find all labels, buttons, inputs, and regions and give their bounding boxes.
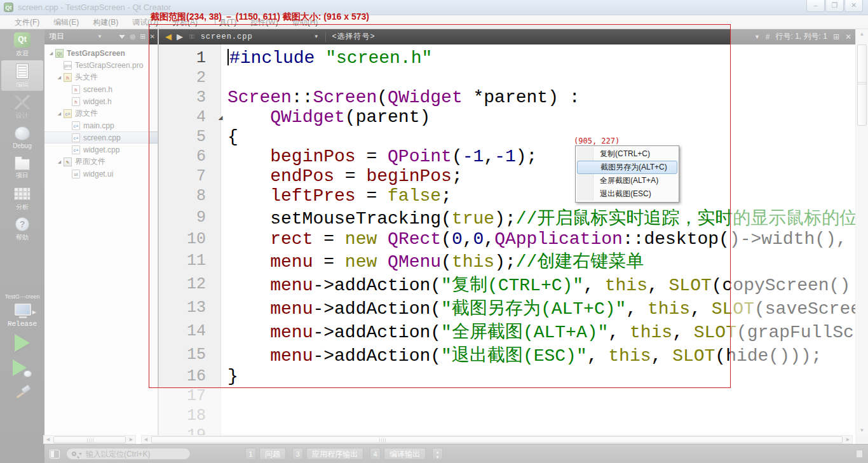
- code-token: [227, 252, 270, 272]
- code-token: -1: [463, 147, 484, 166]
- capture-menu-item[interactable]: 全屏截图(ALT+A): [577, 174, 677, 187]
- scroll-left-icon[interactable]: ◀: [142, 436, 150, 443]
- pin-icon[interactable]: ⚿: [189, 33, 194, 41]
- split-panel-icon[interactable]: ⊞: [140, 33, 145, 40]
- close-editor-icon[interactable]: ✕: [845, 32, 851, 41]
- tree-item-screen.h[interactable]: hscreen.h: [44, 83, 158, 95]
- output-pane-updown-icon[interactable]: ▲▼: [432, 448, 443, 460]
- tree-expander-icon[interactable]: ◢: [57, 111, 62, 116]
- close-button[interactable]: ✕: [844, 0, 863, 12]
- output-pane-number[interactable]: 3: [292, 448, 303, 460]
- sync-with-editor-icon[interactable]: ◎: [130, 33, 135, 40]
- output-pane-应用程序输出[interactable]: 应用程序输出: [306, 448, 363, 460]
- tree-expander-icon[interactable]: ◢: [57, 75, 62, 80]
- capture-menu-item[interactable]: 截图另存为(ALT+C): [577, 161, 677, 174]
- output-pane-number[interactable]: 4: [370, 448, 381, 460]
- code-token: (copyScreen(): [712, 276, 850, 295]
- window-title: screen.cpp - TestGrapScreen - Qt Creator: [18, 3, 171, 12]
- minimize-button[interactable]: –: [806, 0, 825, 12]
- tree-item-源文件[interactable]: ◢c+源文件: [44, 107, 158, 119]
- editor-vertical-scrollbar[interactable]: ▲ ▼: [855, 29, 868, 435]
- back-icon[interactable]: ◀: [165, 32, 172, 41]
- menu-item-编辑(E)[interactable]: 编辑(E): [46, 15, 86, 29]
- code-token: SLOT: [669, 276, 712, 295]
- qt-logo-icon: Qt: [14, 32, 31, 48]
- output-pane-问题[interactable]: 问题: [259, 448, 286, 460]
- vertical-scroll-thumb[interactable]: [857, 44, 867, 126]
- tree-item-screen.cpp[interactable]: c+screen.cpp: [44, 131, 158, 144]
- tree-item-TestGrapScreen.pro[interactable]: proTestGrapScreen.pro: [44, 59, 158, 71]
- status-bar-right-icon[interactable]: [856, 450, 863, 458]
- code-token: Screen: [227, 88, 292, 107]
- sidebar-mode-debug[interactable]: Debug: [0, 122, 44, 152]
- symbol-dropdown[interactable]: <选择符号>: [332, 31, 376, 42]
- tree-expander-icon[interactable]: ◢: [57, 159, 62, 164]
- scroll-left-icon[interactable]: ◀: [44, 436, 52, 443]
- code-token: (saveScreen(): [754, 299, 855, 319]
- open-file-dropdown[interactable]: screen.cpp: [201, 32, 253, 41]
- menu-item-文件(F)[interactable]: 文件(F): [8, 15, 46, 29]
- run-button[interactable]: [15, 334, 30, 352]
- code-token: [377, 252, 388, 272]
- code-line-1: 1#include "screen.h": [159, 48, 855, 68]
- code-token: setMouseTracking(: [227, 209, 452, 229]
- panel-combo-arrow-icon[interactable]: ▼: [97, 34, 102, 39]
- capture-menu-item[interactable]: 退出截图(ESC): [577, 187, 677, 201]
- split-editor-icon[interactable]: ⊞: [833, 32, 839, 41]
- output-pane-编译输出[interactable]: 编译输出: [384, 448, 426, 460]
- sidebar-mode-analyze[interactable]: 分析: [0, 183, 44, 213]
- scroll-up-icon[interactable]: ▲: [856, 29, 868, 39]
- search-filter-arrow-icon[interactable]: ▼: [78, 452, 83, 456]
- filter-icon[interactable]: [119, 35, 125, 39]
- scroll-right-icon[interactable]: ▶: [127, 436, 135, 443]
- tree-expander-icon[interactable]: ◢: [48, 51, 54, 56]
- sidebar-mode-help[interactable]: ?帮助: [0, 213, 44, 244]
- editor-dropdown-arrow-icon[interactable]: ▼: [754, 34, 760, 40]
- line-number: 4: [159, 108, 214, 126]
- computer-icon: ▶: [12, 304, 32, 319]
- maximize-button[interactable]: ❐: [825, 0, 844, 12]
- tree-item-TestGrapScreen[interactable]: ◢QtTestGrapScreen: [44, 47, 158, 59]
- close-panel-icon[interactable]: ✕: [150, 33, 155, 40]
- file-cpp-icon: c+: [72, 133, 80, 142]
- tree-item-widget.h[interactable]: hwidget.h: [44, 95, 158, 107]
- scroll-down-icon[interactable]: ▼: [856, 426, 868, 435]
- build-button[interactable]: [13, 385, 32, 401]
- menu-item-构建(B)[interactable]: 构建(B): [86, 15, 125, 29]
- output-pane-number[interactable]: 1: [245, 448, 256, 460]
- help-icon: ?: [15, 217, 29, 231]
- project-scroll-thumb[interactable]: [53, 436, 126, 443]
- code-token: (hide()));: [715, 346, 822, 366]
- kit-selector[interactable]: TestG⋯creen ▶ Release: [0, 293, 44, 328]
- locator-input[interactable]: [85, 449, 180, 459]
- sidebar-mode-projects[interactable]: 项目: [0, 152, 44, 183]
- tree-item-widget.cpp[interactable]: c+widget.cpp: [44, 144, 158, 156]
- code-text: menu->addAction("全屏截图(ALT+A)", this, SLO…: [227, 319, 855, 344]
- tree-item-widget.ui[interactable]: uiwidget.ui: [44, 168, 158, 180]
- locator[interactable]: ▼: [66, 448, 191, 460]
- sidebar-mode-welcome[interactable]: Qt欢迎: [0, 29, 44, 60]
- code-token: endPos: [270, 166, 334, 186]
- code-token: ,: [690, 299, 712, 319]
- code-token: 0: [452, 229, 463, 249]
- code-token: [227, 147, 270, 166]
- code-area[interactable]: 1#include "screen.h"23Screen::Screen(QWi…: [159, 44, 855, 435]
- tree-item-头文件[interactable]: ◢h头文件: [44, 71, 158, 83]
- scroll-right-icon[interactable]: ▶: [844, 436, 852, 443]
- fold-marker-icon: ◢: [214, 114, 227, 121]
- sidebar-mode-edit[interactable]: 编辑: [1, 60, 43, 91]
- capture-menu-item[interactable]: 复制(CTRL+C): [577, 147, 677, 161]
- file-dropdown-arrow-icon[interactable]: ▼: [314, 34, 319, 39]
- editor-horizontal-scrollbar[interactable]: ◀ ▶: [141, 435, 853, 444]
- project-horizontal-scrollbar[interactable]: ◀ ▶: [43, 435, 136, 444]
- mode-label: 项目: [16, 171, 29, 180]
- debug-icon: [15, 126, 30, 140]
- tree-item-main.cpp[interactable]: c+main.cpp: [44, 119, 158, 131]
- forward-icon[interactable]: ▶: [177, 32, 183, 41]
- debug-run-button[interactable]: [13, 359, 32, 377]
- editor-scroll-thumb[interactable]: [151, 436, 843, 443]
- tree-item-界面文件[interactable]: ◢✎界面文件: [44, 156, 158, 168]
- code-token: ->addAction(: [313, 299, 441, 319]
- analyze-icon: [14, 187, 31, 200]
- toggle-sidebar-icon[interactable]: [50, 450, 60, 459]
